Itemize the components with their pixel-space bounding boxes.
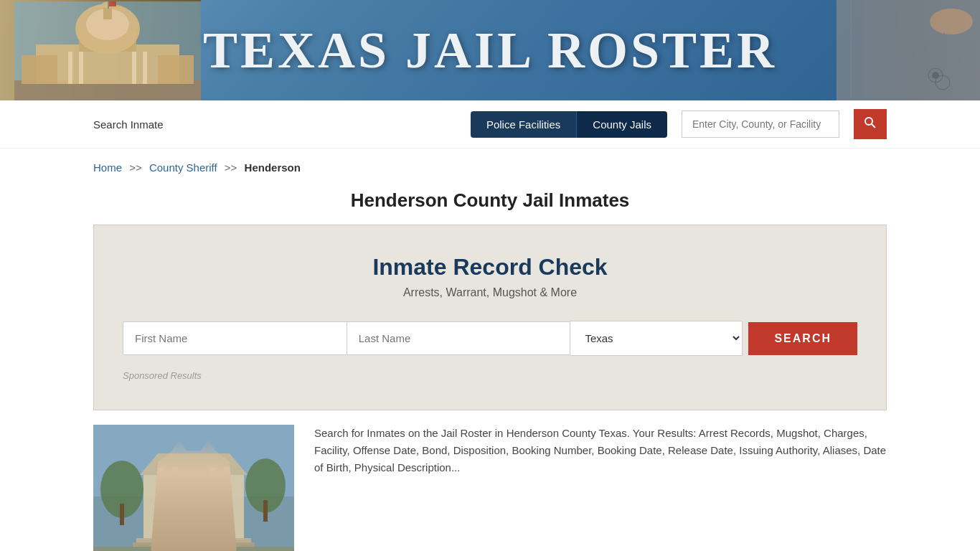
- nav-buttons: Police Facilities County Jails: [471, 111, 667, 138]
- site-title: Texas Jail Roster: [203, 21, 777, 80]
- svg-rect-41: [183, 511, 204, 540]
- breadcrumb: Home >> County Sheriff >> Henderson: [0, 149, 980, 181]
- record-check-form: AlabamaAlaskaArizonaArkansasCaliforniaCo…: [123, 321, 857, 356]
- last-name-input[interactable]: [347, 321, 571, 355]
- svg-rect-44: [93, 547, 294, 551]
- svg-rect-15: [108, 1, 109, 9]
- svg-rect-13: [143, 52, 147, 84]
- page-title: Henderson County Jail Inmates: [0, 189, 980, 212]
- header-banner: Texas Jail Roster: [0, 0, 980, 100]
- search-facility-input[interactable]: [682, 110, 839, 138]
- breadcrumb-current: Henderson: [245, 161, 301, 174]
- breadcrumb-home[interactable]: Home: [93, 161, 122, 174]
- svg-rect-12: [132, 52, 136, 84]
- svg-point-27: [865, 118, 872, 125]
- svg-rect-40: [224, 468, 230, 540]
- breadcrumb-county-sheriff[interactable]: County Sheriff: [149, 161, 217, 174]
- svg-line-28: [872, 124, 875, 128]
- capitol-building-icon: [14, 1, 201, 100]
- svg-rect-35: [143, 475, 244, 540]
- svg-rect-34: [263, 500, 268, 522]
- police-facilities-button[interactable]: Police Facilities: [471, 111, 576, 138]
- svg-point-18: [930, 9, 973, 34]
- page-title-section: Henderson County Jail Inmates: [0, 181, 980, 225]
- svg-rect-38: [172, 468, 178, 540]
- state-select[interactable]: AlabamaAlaskaArizonaArkansasCaliforniaCo…: [570, 321, 743, 356]
- courthouse-building-icon: [93, 425, 294, 551]
- search-inmate-label: Search Inmate: [93, 118, 456, 131]
- record-check-title: Inmate Record Check: [123, 254, 857, 281]
- breadcrumb-separator-2: >>: [225, 161, 237, 174]
- inmate-search-button[interactable]: SEARCH: [748, 322, 857, 355]
- nav-bar: Search Inmate Police Facilities County J…: [0, 100, 980, 149]
- svg-rect-32: [120, 504, 124, 525]
- breadcrumb-separator-1: >>: [129, 161, 142, 174]
- svg-rect-11: [79, 52, 83, 84]
- svg-rect-39: [209, 468, 215, 540]
- svg-marker-36: [140, 453, 248, 475]
- svg-rect-37: [158, 468, 164, 540]
- bottom-description: Search for Inmates on the Jail Roster in…: [314, 425, 887, 551]
- svg-rect-42: [136, 538, 251, 544]
- svg-rect-3: [22, 55, 57, 84]
- keys-icon: [837, 0, 980, 100]
- svg-rect-4: [158, 55, 194, 84]
- courthouse-image: [93, 425, 294, 551]
- search-facility-button[interactable]: [854, 109, 887, 139]
- bottom-section: Search for Inmates on the Jail Roster in…: [0, 425, 980, 551]
- search-icon: [864, 116, 877, 129]
- first-name-input[interactable]: [123, 321, 347, 355]
- svg-rect-10: [68, 52, 72, 84]
- svg-rect-16: [109, 1, 116, 6]
- record-check-box: Inmate Record Check Arrests, Warrant, Mu…: [93, 225, 887, 410]
- sponsored-results-label: Sponsored Results: [123, 370, 857, 381]
- svg-point-21: [932, 72, 939, 79]
- record-check-subtitle: Arrests, Warrant, Mugshot & More: [123, 286, 857, 299]
- county-jails-button[interactable]: County Jails: [576, 111, 667, 138]
